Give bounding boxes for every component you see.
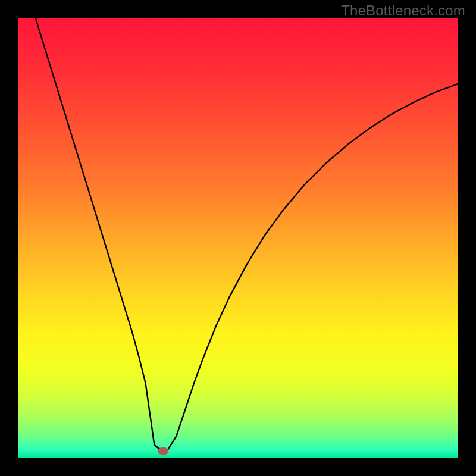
watermark-text: TheBottleneck.com	[341, 2, 465, 19]
optimal-point-marker	[158, 447, 168, 455]
bottleneck-chart	[0, 0, 476, 476]
chart-frame: { "watermark": "TheBottleneck.com", "col…	[0, 0, 476, 476]
plot-background	[18, 18, 458, 458]
